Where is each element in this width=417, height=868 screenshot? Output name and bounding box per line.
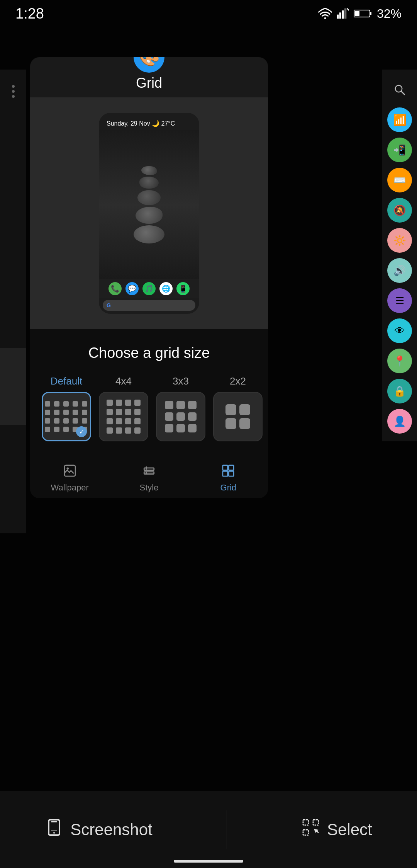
selected-check: ✓ xyxy=(76,426,87,437)
select-icon xyxy=(302,818,320,841)
phone-preview: Sunday, 29 Nov 🌙 27°C 📞 💬 🎵 🌐 📱 xyxy=(99,113,199,314)
right-icon-profile[interactable]: 👤 xyxy=(387,409,412,434)
phone-date-weather: Sunday, 29 Nov 🌙 27°C xyxy=(99,113,199,130)
grid-option-default[interactable]: Default ✓ xyxy=(42,375,91,441)
grid-options: Default ✓ 4x4 xyxy=(42,375,256,441)
status-time: 1:28 xyxy=(15,5,44,22)
grid-section-title: Choose a grid size xyxy=(42,345,256,361)
svg-rect-24 xyxy=(313,820,319,825)
right-panel: 📶 📲 ⌨️ 🔕 🔆 🔊 ☰ 👁 📍 🔒 👤 xyxy=(382,70,417,441)
main-card: 🎨 Grid Sunday, 29 Nov 🌙 27°C 📞 xyxy=(30,57,268,498)
grid-icon xyxy=(222,464,235,480)
svg-rect-4 xyxy=(344,9,346,19)
svg-rect-14 xyxy=(144,472,154,474)
svg-rect-8 xyxy=(354,11,359,16)
svg-rect-15 xyxy=(223,465,228,470)
nav-wallpaper[interactable]: Wallpaper xyxy=(30,457,109,498)
app-icon: 🎨 xyxy=(134,57,164,73)
bottom-nav: Wallpaper Style Grid xyxy=(30,457,268,498)
svg-rect-23 xyxy=(303,820,309,825)
grid-option-2x2[interactable]: 2x2 xyxy=(213,375,263,441)
style-icon xyxy=(142,464,156,480)
svg-rect-1 xyxy=(337,15,339,19)
battery-percentage: 32% xyxy=(377,7,402,21)
svg-point-21 xyxy=(53,832,55,834)
grid-box-default[interactable]: ✓ xyxy=(42,392,91,441)
right-icon-volume[interactable]: 🔊 xyxy=(387,258,412,283)
svg-rect-18 xyxy=(229,471,234,476)
right-icon-lock[interactable]: 🔒 xyxy=(387,379,412,403)
svg-rect-16 xyxy=(229,465,234,470)
grid-label-default: Default xyxy=(51,375,82,387)
svg-rect-3 xyxy=(342,10,344,19)
svg-rect-20 xyxy=(51,821,57,822)
app-title: Grid xyxy=(136,75,162,91)
svg-line-5 xyxy=(347,9,349,10)
nav-grid-label: Grid xyxy=(220,483,237,493)
phone-wallpaper xyxy=(99,130,199,279)
grid-label-4x4: 4x4 xyxy=(115,375,132,387)
dock-phone: 📞 xyxy=(108,282,122,295)
left-panel xyxy=(0,70,26,533)
divider xyxy=(227,810,227,849)
right-icon-wifi[interactable]: 📶 xyxy=(387,107,412,132)
grid-dots-3x3 xyxy=(165,401,197,432)
svg-rect-7 xyxy=(370,12,371,15)
svg-line-10 xyxy=(401,91,405,95)
grid-label-3x3: 3x3 xyxy=(173,375,189,387)
dock-chrome: 🌐 xyxy=(159,282,173,295)
nav-style-label: Style xyxy=(140,483,159,493)
home-indicator xyxy=(174,860,243,863)
nav-style[interactable]: Style xyxy=(109,457,188,498)
signal-icon xyxy=(337,8,349,19)
grid-dots-4x4 xyxy=(107,400,141,434)
app-header: 🎨 Grid xyxy=(30,57,268,97)
screenshot-icon xyxy=(45,818,63,841)
wifi-icon xyxy=(318,8,332,19)
grid-section: Choose a grid size Default ✓ 4x4 xyxy=(30,329,268,457)
dock-messages: 💬 xyxy=(125,282,139,295)
grid-option-3x3[interactable]: 3x3 xyxy=(156,375,205,441)
svg-rect-22 xyxy=(51,831,57,831)
right-icon-screen[interactable]: 📲 xyxy=(387,138,412,162)
right-icon-location[interactable]: 📍 xyxy=(387,349,412,373)
right-icon-menu[interactable]: ☰ xyxy=(387,288,412,313)
right-icon-brightness[interactable]: 🔆 xyxy=(387,228,412,253)
phone-search-bar: G xyxy=(103,300,195,311)
left-dots xyxy=(12,85,15,98)
grid-box-3x3[interactable] xyxy=(156,392,205,441)
svg-point-12 xyxy=(66,468,69,470)
svg-rect-2 xyxy=(339,12,341,19)
grid-label-2x2: 2x2 xyxy=(230,375,246,387)
dock-whatsapp: 📱 xyxy=(176,282,190,295)
screenshot-action[interactable]: Screenshot xyxy=(29,810,168,849)
abstract-sculpture xyxy=(130,166,168,243)
right-icon-keyboard[interactable]: ⌨️ xyxy=(387,168,412,192)
status-bar: 1:28 32% xyxy=(0,0,417,27)
preview-area: Sunday, 29 Nov 🌙 27°C 📞 💬 🎵 🌐 📱 xyxy=(30,97,268,329)
right-icon-sound[interactable]: 🔕 xyxy=(387,198,412,223)
select-action[interactable]: Select xyxy=(286,810,388,849)
svg-rect-13 xyxy=(144,468,154,470)
nav-wallpaper-label: Wallpaper xyxy=(51,483,89,493)
phone-dock: 📞 💬 🎵 🌐 📱 xyxy=(99,279,199,298)
select-label: Select xyxy=(327,820,372,839)
left-bg-image xyxy=(0,348,26,425)
grid-option-4x4[interactable]: 4x4 xyxy=(99,375,148,441)
battery-icon xyxy=(354,9,372,19)
bottom-action-bar: Screenshot Select xyxy=(0,791,417,868)
nav-grid[interactable]: Grid xyxy=(189,457,268,498)
svg-rect-25 xyxy=(303,830,309,835)
right-icon-eye[interactable]: 👁 xyxy=(387,318,412,343)
status-icons: 32% xyxy=(318,7,402,21)
screenshot-label: Screenshot xyxy=(70,820,152,839)
search-icon[interactable] xyxy=(387,77,412,102)
grid-dots-2x2 xyxy=(225,404,250,429)
dock-spotify: 🎵 xyxy=(142,282,156,295)
grid-box-2x2[interactable] xyxy=(213,392,263,441)
svg-rect-17 xyxy=(223,471,228,476)
wallpaper-icon xyxy=(63,464,76,480)
grid-box-4x4[interactable] xyxy=(99,392,148,441)
google-g: G xyxy=(107,302,111,308)
svg-point-0 xyxy=(324,17,326,19)
